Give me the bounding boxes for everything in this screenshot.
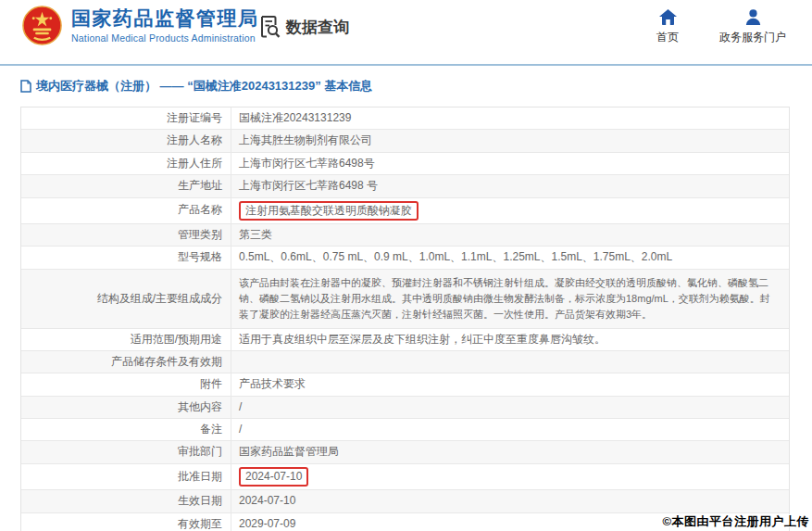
row-value: 国家药品监督管理局: [231, 441, 789, 462]
table-row: 管理类别第三类: [21, 224, 789, 247]
table-row: 注册人住所上海市闵行区七莘路6498号: [21, 153, 789, 175]
table-row: 型号规格0.5mL、0.6mL、0.75 mL、0.9 mL、1.0mL、1.1…: [21, 247, 789, 269]
table-row: 产品名称注射用氨基酸交联透明质酸钠凝胶: [21, 198, 789, 224]
document-icon: [20, 80, 31, 93]
table-row: 适用范围/预期用途适用于真皮组织中层至深层及皮下组织注射，纠正中度至重度鼻唇沟皱…: [21, 329, 789, 351]
row-value: 第三类: [231, 224, 789, 246]
table-row: 生产地址上海市闵行区七莘路6498 号: [21, 175, 789, 197]
table-row: 注册证编号国械注准20243131239: [21, 107, 789, 130]
nav-home[interactable]: 首页: [649, 9, 686, 45]
row-label: 生产地址: [21, 175, 231, 196]
national-emblem-icon: [22, 6, 62, 45]
table-row: 附件产品技术要求: [21, 373, 789, 396]
page: 国家药品监督管理局 National Medical Products Admi…: [0, 0, 812, 531]
row-label: 结构及组成/主要组成成分: [21, 270, 231, 328]
breadcrumb-text: 境内医疗器械（注册） —— “国械注准20243131239” 基本信息: [36, 78, 372, 95]
row-value: 2024-07-10: [231, 464, 789, 489]
row-value: 适用于真皮组织中层至深层及皮下组织注射，纠正中度至重度鼻唇沟皱纹。: [231, 329, 789, 350]
row-label: 生效日期: [21, 490, 231, 512]
table-row: 审批部门国家药品监督管理局: [21, 441, 789, 463]
row-label: 注册人名称: [21, 130, 231, 151]
table-row: 其他内容/: [21, 397, 789, 419]
row-value: 2024-07-10: [231, 490, 789, 512]
row-label: 批准日期: [21, 464, 231, 489]
site-logo[interactable]: 国家药品监督管理局 National Medical Products Admi…: [22, 6, 259, 45]
row-label: 产品名称: [21, 198, 231, 223]
row-label: 注册人住所: [21, 153, 231, 174]
org-titles: 国家药品监督管理局 National Medical Products Admi…: [71, 7, 259, 44]
header-nav: 首页 政务服务门户: [649, 9, 786, 45]
row-label: 审批部门: [21, 441, 231, 462]
row-label: 备注: [21, 419, 231, 440]
site-header: 国家药品监督管理局 National Medical Products Admi…: [0, 0, 812, 66]
table-row: 注册人名称上海其胜生物制剂有限公司: [21, 130, 789, 152]
row-value: 0.5mL、0.6mL、0.75 mL、0.9 mL、1.0mL、1.1mL、1…: [231, 247, 789, 268]
document-search-icon: [258, 15, 281, 39]
row-label: 管理类别: [21, 224, 231, 246]
row-label: 有效期至: [21, 513, 231, 531]
nav-gov-portal[interactable]: 政务服务门户: [719, 9, 786, 45]
data-query-label: 数据查询: [286, 17, 349, 38]
row-value: 上海市闵行区七莘路6498号: [231, 153, 789, 174]
row-value: 注射用氨基酸交联透明质酸钠凝胶: [231, 198, 789, 223]
row-label: 其他内容: [21, 397, 231, 418]
row-label: 注册证编号: [21, 107, 231, 129]
table-row: 结构及组成/主要组成成分该产品由封装在注射器中的凝胶、预灌封注射器和不锈钢注射针…: [21, 270, 789, 329]
row-value: [231, 351, 789, 373]
data-query-tab[interactable]: 数据查询: [258, 15, 349, 39]
org-name-en: National Medical Products Administration: [71, 32, 259, 44]
row-value: 该产品由封装在注射器中的凝胶、预灌封注射器和不锈钢注射针组成。凝胶由经交联的透明…: [231, 270, 789, 328]
table-row: 批准日期2024-07-10: [21, 464, 789, 490]
row-value: 产品技术要求: [231, 373, 789, 395]
table-row: 备注/: [21, 419, 789, 441]
row-value: 上海其胜生物制剂有限公司: [231, 130, 789, 151]
org-name-cn: 国家药品监督管理局: [71, 7, 259, 30]
row-label: 适用范围/预期用途: [21, 329, 231, 350]
highlight-box: 注射用氨基酸交联透明质酸钠凝胶: [239, 201, 418, 221]
user-icon: [745, 9, 761, 25]
row-label: 附件: [21, 373, 231, 395]
highlight-box: 2024-07-10: [239, 467, 308, 487]
row-value: 国械注准20243131239: [231, 107, 789, 129]
row-label: 产品储存条件及有效期: [21, 351, 231, 373]
nav-gov-portal-label: 政务服务门户: [719, 30, 786, 45]
nav-home-label: 首页: [656, 30, 679, 45]
info-table: 注册证编号国械注准20243131239注册人名称上海其胜生物制剂有限公司注册人…: [20, 107, 790, 531]
row-value: 上海市闵行区七莘路6498 号: [231, 175, 789, 196]
row-label: 型号规格: [21, 247, 231, 268]
home-icon: [659, 9, 677, 25]
watermark-text: ©本图由平台注册用户上传: [662, 513, 809, 530]
table-row: 生效日期2024-07-10: [21, 490, 789, 512]
row-value: /: [231, 397, 789, 418]
breadcrumb: 境内医疗器械（注册） —— “国械注准20243131239” 基本信息: [20, 78, 372, 95]
table-row: 产品储存条件及有效期: [21, 351, 789, 373]
row-value: /: [231, 419, 789, 440]
